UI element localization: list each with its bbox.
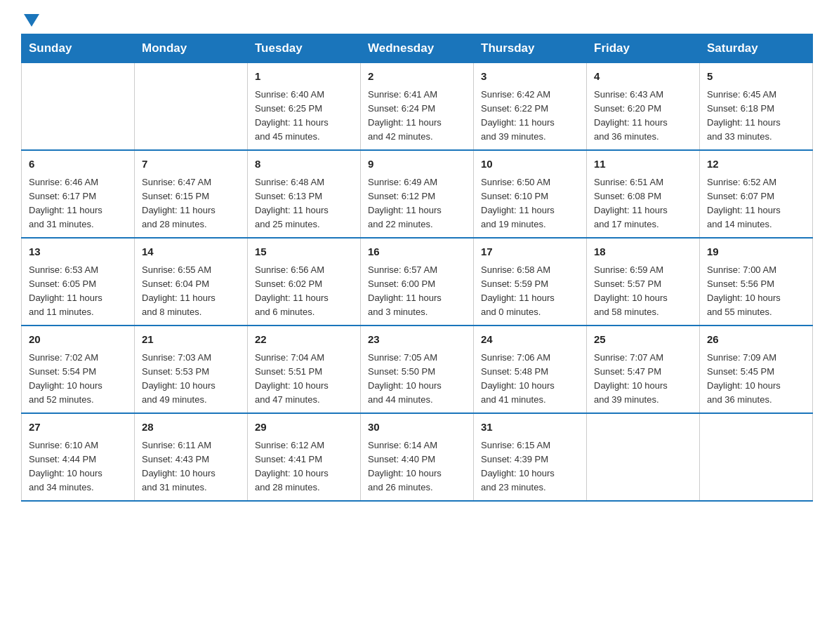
cell-w2-d3: 9Sunrise: 6:49 AM Sunset: 6:12 PM Daylig… — [361, 150, 474, 238]
page-header — [21, 14, 813, 27]
col-saturday: Saturday — [700, 34, 813, 63]
day-info-w2-d6: Sunrise: 6:52 AM Sunset: 6:07 PM Dayligh… — [707, 175, 805, 232]
day-info-w3-d4: Sunrise: 6:58 AM Sunset: 5:59 PM Dayligh… — [481, 263, 579, 320]
cell-w1-d3: 2Sunrise: 6:41 AM Sunset: 6:24 PM Daylig… — [361, 63, 474, 151]
day-info-w5-d2: Sunrise: 6:12 AM Sunset: 4:41 PM Dayligh… — [255, 438, 353, 495]
logo — [21, 14, 39, 27]
week-row-4: 20Sunrise: 7:02 AM Sunset: 5:54 PM Dayli… — [22, 326, 813, 413]
day-info-w3-d6: Sunrise: 7:00 AM Sunset: 5:56 PM Dayligh… — [707, 263, 805, 320]
day-info-w5-d0: Sunrise: 6:10 AM Sunset: 4:44 PM Dayligh… — [29, 438, 127, 495]
cell-w1-d6: 5Sunrise: 6:45 AM Sunset: 6:18 PM Daylig… — [700, 63, 813, 151]
day-num-w4-d3: 23 — [368, 332, 466, 348]
day-num-w3-d4: 17 — [481, 244, 579, 260]
day-info-w5-d1: Sunrise: 6:11 AM Sunset: 4:43 PM Dayligh… — [142, 438, 240, 495]
day-num-w5-d4: 31 — [481, 420, 579, 436]
cell-w3-d3: 16Sunrise: 6:57 AM Sunset: 6:00 PM Dayli… — [361, 238, 474, 326]
cell-w3-d2: 15Sunrise: 6:56 AM Sunset: 6:02 PM Dayli… — [248, 238, 361, 326]
cell-w4-d6: 26Sunrise: 7:09 AM Sunset: 5:45 PM Dayli… — [700, 326, 813, 413]
svg-marker-0 — [24, 14, 39, 27]
day-num-w2-d6: 12 — [707, 156, 805, 173]
day-num-w1-d4: 3 — [481, 69, 579, 85]
day-info-w5-d4: Sunrise: 6:15 AM Sunset: 4:39 PM Dayligh… — [481, 438, 579, 495]
cell-w5-d0: 27Sunrise: 6:10 AM Sunset: 4:44 PM Dayli… — [22, 413, 135, 501]
cell-w4-d2: 22Sunrise: 7:04 AM Sunset: 5:51 PM Dayli… — [248, 326, 361, 413]
cell-w5-d5 — [587, 413, 700, 501]
day-info-w4-d5: Sunrise: 7:07 AM Sunset: 5:47 PM Dayligh… — [594, 351, 692, 408]
day-num-w1-d3: 2 — [368, 69, 466, 85]
day-num-w2-d4: 10 — [481, 156, 579, 173]
day-info-w3-d5: Sunrise: 6:59 AM Sunset: 5:57 PM Dayligh… — [594, 263, 692, 320]
day-info-w2-d0: Sunrise: 6:46 AM Sunset: 6:17 PM Dayligh… — [29, 175, 127, 232]
cell-w1-d5: 4Sunrise: 6:43 AM Sunset: 6:20 PM Daylig… — [587, 63, 700, 151]
cell-w2-d2: 8Sunrise: 6:48 AM Sunset: 6:13 PM Daylig… — [248, 150, 361, 238]
day-num-w3-d0: 13 — [29, 244, 127, 260]
col-friday: Friday — [587, 34, 700, 63]
day-num-w5-d2: 29 — [255, 420, 353, 436]
day-num-w4-d4: 24 — [481, 332, 579, 348]
cell-w3-d5: 18Sunrise: 6:59 AM Sunset: 5:57 PM Dayli… — [587, 238, 700, 326]
day-info-w1-d3: Sunrise: 6:41 AM Sunset: 6:24 PM Dayligh… — [368, 88, 466, 145]
cell-w4-d0: 20Sunrise: 7:02 AM Sunset: 5:54 PM Dayli… — [22, 326, 135, 413]
day-num-w3-d6: 19 — [707, 244, 805, 260]
day-num-w2-d1: 7 — [142, 156, 240, 173]
day-num-w4-d2: 22 — [255, 332, 353, 348]
cell-w2-d5: 11Sunrise: 6:51 AM Sunset: 6:08 PM Dayli… — [587, 150, 700, 238]
calendar-table: Sunday Monday Tuesday Wednesday Thursday… — [21, 34, 813, 502]
day-info-w4-d4: Sunrise: 7:06 AM Sunset: 5:48 PM Dayligh… — [481, 351, 579, 408]
day-num-w1-d2: 1 — [255, 69, 353, 85]
day-num-w2-d2: 8 — [255, 156, 353, 173]
day-info-w5-d3: Sunrise: 6:14 AM Sunset: 4:40 PM Dayligh… — [368, 438, 466, 495]
day-num-w2-d3: 9 — [368, 156, 466, 173]
day-info-w4-d0: Sunrise: 7:02 AM Sunset: 5:54 PM Dayligh… — [29, 351, 127, 408]
day-info-w2-d3: Sunrise: 6:49 AM Sunset: 6:12 PM Dayligh… — [368, 175, 466, 232]
week-row-5: 27Sunrise: 6:10 AM Sunset: 4:44 PM Dayli… — [22, 413, 813, 501]
day-info-w2-d1: Sunrise: 6:47 AM Sunset: 6:15 PM Dayligh… — [142, 175, 240, 232]
day-info-w3-d0: Sunrise: 6:53 AM Sunset: 6:05 PM Dayligh… — [29, 263, 127, 320]
cell-w5-d3: 30Sunrise: 6:14 AM Sunset: 4:40 PM Dayli… — [361, 413, 474, 501]
cell-w5-d6 — [700, 413, 813, 501]
day-num-w4-d6: 26 — [707, 332, 805, 348]
day-num-w5-d0: 27 — [29, 420, 127, 436]
cell-w1-d1 — [135, 63, 248, 151]
cell-w2-d0: 6Sunrise: 6:46 AM Sunset: 6:17 PM Daylig… — [22, 150, 135, 238]
cell-w2-d1: 7Sunrise: 6:47 AM Sunset: 6:15 PM Daylig… — [135, 150, 248, 238]
day-info-w3-d1: Sunrise: 6:55 AM Sunset: 6:04 PM Dayligh… — [142, 263, 240, 320]
day-info-w4-d2: Sunrise: 7:04 AM Sunset: 5:51 PM Dayligh… — [255, 351, 353, 408]
day-info-w3-d3: Sunrise: 6:57 AM Sunset: 6:00 PM Dayligh… — [368, 263, 466, 320]
day-num-w1-d6: 5 — [707, 69, 805, 85]
day-num-w3-d5: 18 — [594, 244, 692, 260]
cell-w1-d4: 3Sunrise: 6:42 AM Sunset: 6:22 PM Daylig… — [474, 63, 587, 151]
col-sunday: Sunday — [22, 34, 135, 63]
day-info-w1-d2: Sunrise: 6:40 AM Sunset: 6:25 PM Dayligh… — [255, 88, 353, 145]
day-num-w5-d1: 28 — [142, 420, 240, 436]
cell-w3-d4: 17Sunrise: 6:58 AM Sunset: 5:59 PM Dayli… — [474, 238, 587, 326]
cell-w4-d3: 23Sunrise: 7:05 AM Sunset: 5:50 PM Dayli… — [361, 326, 474, 413]
cell-w4-d5: 25Sunrise: 7:07 AM Sunset: 5:47 PM Dayli… — [587, 326, 700, 413]
logo-triangle-icon — [24, 14, 39, 27]
day-num-w4-d1: 21 — [142, 332, 240, 348]
cell-w2-d6: 12Sunrise: 6:52 AM Sunset: 6:07 PM Dayli… — [700, 150, 813, 238]
col-monday: Monday — [135, 34, 248, 63]
col-wednesday: Wednesday — [361, 34, 474, 63]
day-info-w4-d3: Sunrise: 7:05 AM Sunset: 5:50 PM Dayligh… — [368, 351, 466, 408]
day-info-w1-d5: Sunrise: 6:43 AM Sunset: 6:20 PM Dayligh… — [594, 88, 692, 145]
day-info-w2-d4: Sunrise: 6:50 AM Sunset: 6:10 PM Dayligh… — [481, 175, 579, 232]
calendar-header: Sunday Monday Tuesday Wednesday Thursday… — [22, 34, 813, 63]
cell-w4-d4: 24Sunrise: 7:06 AM Sunset: 5:48 PM Dayli… — [474, 326, 587, 413]
week-row-1: 1Sunrise: 6:40 AM Sunset: 6:25 PM Daylig… — [22, 63, 813, 151]
cell-w4-d1: 21Sunrise: 7:03 AM Sunset: 5:53 PM Dayli… — [135, 326, 248, 413]
cell-w1-d2: 1Sunrise: 6:40 AM Sunset: 6:25 PM Daylig… — [248, 63, 361, 151]
day-num-w3-d2: 15 — [255, 244, 353, 260]
cell-w3-d0: 13Sunrise: 6:53 AM Sunset: 6:05 PM Dayli… — [22, 238, 135, 326]
cell-w5-d1: 28Sunrise: 6:11 AM Sunset: 4:43 PM Dayli… — [135, 413, 248, 501]
cell-w1-d0 — [22, 63, 135, 151]
day-info-w4-d1: Sunrise: 7:03 AM Sunset: 5:53 PM Dayligh… — [142, 351, 240, 408]
cell-w5-d2: 29Sunrise: 6:12 AM Sunset: 4:41 PM Dayli… — [248, 413, 361, 501]
day-num-w3-d1: 14 — [142, 244, 240, 260]
day-info-w2-d2: Sunrise: 6:48 AM Sunset: 6:13 PM Dayligh… — [255, 175, 353, 232]
day-info-w1-d4: Sunrise: 6:42 AM Sunset: 6:22 PM Dayligh… — [481, 88, 579, 145]
cell-w5-d4: 31Sunrise: 6:15 AM Sunset: 4:39 PM Dayli… — [474, 413, 587, 501]
day-info-w4-d6: Sunrise: 7:09 AM Sunset: 5:45 PM Dayligh… — [707, 351, 805, 408]
day-num-w4-d5: 25 — [594, 332, 692, 348]
day-num-w4-d0: 20 — [29, 332, 127, 348]
